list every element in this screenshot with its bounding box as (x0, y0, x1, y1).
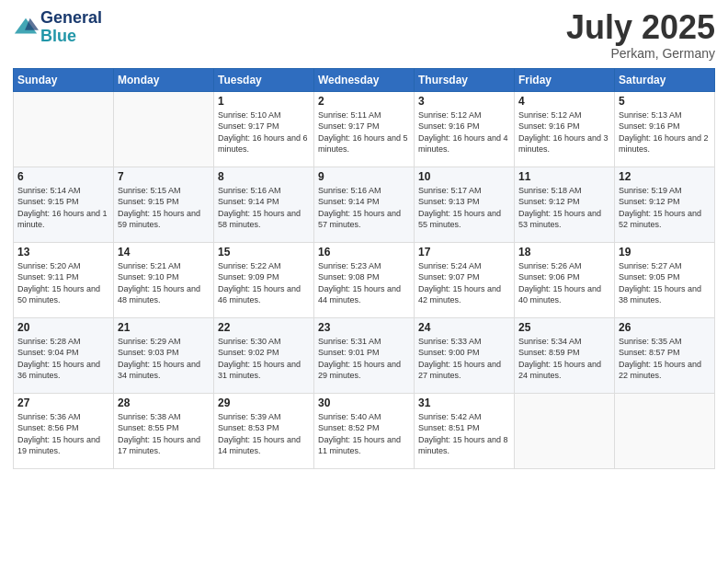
day-info: Sunrise: 5:28 AMSunset: 9:04 PMDaylight:… (17, 336, 109, 382)
col-tuesday: Tuesday (214, 68, 314, 91)
table-row (14, 91, 114, 167)
table-row (515, 393, 615, 468)
month-title: July 2025 (566, 9, 715, 46)
table-row: 23Sunrise: 5:31 AMSunset: 9:01 PMDayligh… (314, 317, 415, 393)
day-number: 25 (518, 321, 610, 334)
day-info: Sunrise: 5:35 AMSunset: 8:57 PMDaylight:… (619, 336, 711, 382)
day-info: Sunrise: 5:23 AMSunset: 9:08 PMDaylight:… (318, 260, 410, 306)
day-info: Sunrise: 5:22 AMSunset: 9:09 PMDaylight:… (218, 260, 310, 306)
table-row: 13Sunrise: 5:20 AMSunset: 9:11 PMDayligh… (14, 242, 114, 317)
day-number: 4 (518, 95, 610, 108)
day-info: Sunrise: 5:14 AMSunset: 9:15 PMDaylight:… (17, 185, 109, 231)
day-info: Sunrise: 5:16 AMSunset: 9:14 PMDaylight:… (218, 185, 310, 231)
table-row: 17Sunrise: 5:24 AMSunset: 9:07 PMDayligh… (415, 242, 515, 317)
table-row: 4Sunrise: 5:12 AMSunset: 9:16 PMDaylight… (515, 91, 615, 167)
day-info: Sunrise: 5:39 AMSunset: 8:53 PMDaylight:… (218, 411, 310, 457)
calendar-week-5: 27Sunrise: 5:36 AMSunset: 8:56 PMDayligh… (14, 393, 715, 468)
day-number: 21 (118, 321, 210, 334)
day-number: 8 (218, 170, 310, 183)
day-info: Sunrise: 5:15 AMSunset: 9:15 PMDaylight:… (118, 185, 210, 231)
day-number: 30 (318, 396, 410, 409)
day-number: 12 (619, 170, 711, 183)
table-row: 21Sunrise: 5:29 AMSunset: 9:03 PMDayligh… (114, 317, 214, 393)
calendar-week-1: 1Sunrise: 5:10 AMSunset: 9:17 PMDaylight… (14, 91, 715, 167)
table-row: 12Sunrise: 5:19 AMSunset: 9:12 PMDayligh… (615, 167, 715, 242)
table-row: 29Sunrise: 5:39 AMSunset: 8:53 PMDayligh… (214, 393, 314, 468)
day-info: Sunrise: 5:10 AMSunset: 9:17 PMDaylight:… (218, 109, 310, 155)
table-row: 18Sunrise: 5:26 AMSunset: 9:06 PMDayligh… (515, 242, 615, 317)
day-number: 28 (118, 396, 210, 409)
logo: GeneralBlue (13, 9, 102, 46)
calendar-table: Sunday Monday Tuesday Wednesday Thursday… (13, 68, 715, 469)
day-number: 1 (218, 95, 310, 108)
day-number: 24 (418, 321, 510, 334)
col-sunday: Sunday (14, 68, 114, 91)
day-number: 18 (518, 246, 610, 259)
day-info: Sunrise: 5:19 AMSunset: 9:12 PMDaylight:… (619, 185, 711, 231)
day-info: Sunrise: 5:33 AMSunset: 9:00 PMDaylight:… (418, 336, 510, 382)
day-number: 9 (318, 170, 410, 183)
table-row: 25Sunrise: 5:34 AMSunset: 8:59 PMDayligh… (515, 317, 615, 393)
table-row: 2Sunrise: 5:11 AMSunset: 9:17 PMDaylight… (314, 91, 415, 167)
table-row: 11Sunrise: 5:18 AMSunset: 9:12 PMDayligh… (515, 167, 615, 242)
calendar-header-row: Sunday Monday Tuesday Wednesday Thursday… (14, 68, 715, 91)
col-wednesday: Wednesday (314, 68, 415, 91)
calendar-week-3: 13Sunrise: 5:20 AMSunset: 9:11 PMDayligh… (14, 242, 715, 317)
col-thursday: Thursday (415, 68, 515, 91)
table-row: 3Sunrise: 5:12 AMSunset: 9:16 PMDaylight… (415, 91, 515, 167)
day-info: Sunrise: 5:17 AMSunset: 9:13 PMDaylight:… (418, 185, 510, 231)
day-info: Sunrise: 5:16 AMSunset: 9:14 PMDaylight:… (318, 185, 410, 231)
day-info: Sunrise: 5:38 AMSunset: 8:55 PMDaylight:… (118, 411, 210, 457)
table-row: 5Sunrise: 5:13 AMSunset: 9:16 PMDaylight… (615, 91, 715, 167)
day-info: Sunrise: 5:18 AMSunset: 9:12 PMDaylight:… (518, 185, 610, 231)
table-row: 9Sunrise: 5:16 AMSunset: 9:14 PMDaylight… (314, 167, 415, 242)
title-block: July 2025 Perkam, Germany (566, 9, 715, 61)
table-row: 14Sunrise: 5:21 AMSunset: 9:10 PMDayligh… (114, 242, 214, 317)
day-number: 5 (619, 95, 711, 108)
table-row: 26Sunrise: 5:35 AMSunset: 8:57 PMDayligh… (615, 317, 715, 393)
day-info: Sunrise: 5:31 AMSunset: 9:01 PMDaylight:… (318, 336, 410, 382)
day-number: 7 (118, 170, 210, 183)
day-number: 31 (418, 396, 510, 409)
day-info: Sunrise: 5:27 AMSunset: 9:05 PMDaylight:… (619, 260, 711, 306)
table-row: 7Sunrise: 5:15 AMSunset: 9:15 PMDaylight… (114, 167, 214, 242)
day-number: 11 (518, 170, 610, 183)
table-row: 16Sunrise: 5:23 AMSunset: 9:08 PMDayligh… (314, 242, 415, 317)
header: GeneralBlue July 2025 Perkam, Germany (13, 9, 715, 61)
day-number: 16 (318, 246, 410, 259)
col-friday: Friday (515, 68, 615, 91)
day-number: 17 (418, 246, 510, 259)
table-row: 31Sunrise: 5:42 AMSunset: 8:51 PMDayligh… (415, 393, 515, 468)
day-info: Sunrise: 5:24 AMSunset: 9:07 PMDaylight:… (418, 260, 510, 306)
table-row: 30Sunrise: 5:40 AMSunset: 8:52 PMDayligh… (314, 393, 415, 468)
day-info: Sunrise: 5:40 AMSunset: 8:52 PMDaylight:… (318, 411, 410, 457)
table-row (114, 91, 214, 167)
table-row: 22Sunrise: 5:30 AMSunset: 9:02 PMDayligh… (214, 317, 314, 393)
table-row: 10Sunrise: 5:17 AMSunset: 9:13 PMDayligh… (415, 167, 515, 242)
day-info: Sunrise: 5:29 AMSunset: 9:03 PMDaylight:… (118, 336, 210, 382)
day-info: Sunrise: 5:12 AMSunset: 9:16 PMDaylight:… (418, 109, 510, 155)
table-row: 28Sunrise: 5:38 AMSunset: 8:55 PMDayligh… (114, 393, 214, 468)
table-row: 1Sunrise: 5:10 AMSunset: 9:17 PMDaylight… (214, 91, 314, 167)
table-row: 19Sunrise: 5:27 AMSunset: 9:05 PMDayligh… (615, 242, 715, 317)
table-row (615, 393, 715, 468)
day-number: 15 (218, 246, 310, 259)
table-row: 27Sunrise: 5:36 AMSunset: 8:56 PMDayligh… (14, 393, 114, 468)
day-info: Sunrise: 5:21 AMSunset: 9:10 PMDaylight:… (118, 260, 210, 306)
table-row: 6Sunrise: 5:14 AMSunset: 9:15 PMDaylight… (14, 167, 114, 242)
day-number: 14 (118, 246, 210, 259)
location-subtitle: Perkam, Germany (566, 46, 715, 61)
col-saturday: Saturday (615, 68, 715, 91)
day-info: Sunrise: 5:20 AMSunset: 9:11 PMDaylight:… (17, 260, 109, 306)
page: GeneralBlue July 2025 Perkam, Germany Su… (0, 0, 728, 563)
day-number: 27 (17, 396, 109, 409)
day-info: Sunrise: 5:42 AMSunset: 8:51 PMDaylight:… (418, 411, 510, 457)
calendar-week-4: 20Sunrise: 5:28 AMSunset: 9:04 PMDayligh… (14, 317, 715, 393)
logo-icon (13, 15, 39, 40)
day-info: Sunrise: 5:30 AMSunset: 9:02 PMDaylight:… (218, 336, 310, 382)
day-number: 3 (418, 95, 510, 108)
table-row: 8Sunrise: 5:16 AMSunset: 9:14 PMDaylight… (214, 167, 314, 242)
day-info: Sunrise: 5:26 AMSunset: 9:06 PMDaylight:… (518, 260, 610, 306)
day-number: 29 (218, 396, 310, 409)
calendar-week-2: 6Sunrise: 5:14 AMSunset: 9:15 PMDaylight… (14, 167, 715, 242)
